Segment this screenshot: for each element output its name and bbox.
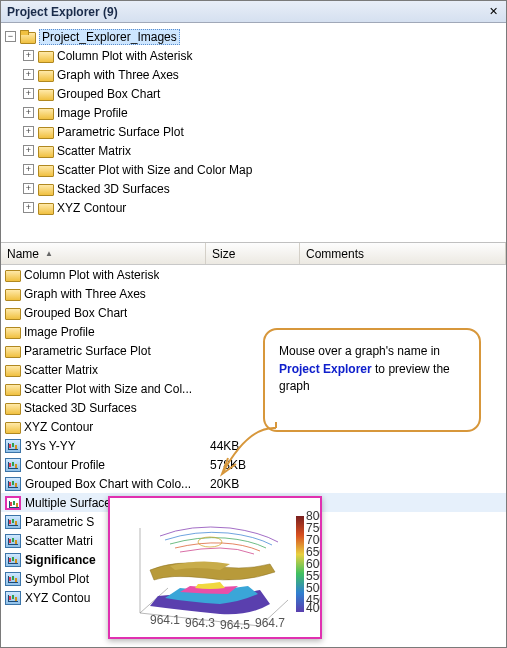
svg-rect-6	[296, 516, 304, 612]
row-name: XYZ Contou	[25, 591, 90, 605]
row-name: Scatter Matri	[25, 534, 93, 548]
chart-icon	[5, 515, 21, 529]
col-size[interactable]: Size	[206, 243, 300, 264]
callout-pointer	[218, 416, 298, 486]
tree-item[interactable]: +Scatter Plot with Size and Color Map	[23, 160, 502, 179]
window-title: Project Explorer (9)	[7, 5, 118, 19]
tree-item[interactable]: +Parametric Surface Plot	[23, 122, 502, 141]
expand-icon[interactable]: +	[23, 50, 34, 61]
tree-item-label: Stacked 3D Surfaces	[57, 182, 170, 196]
chart-icon	[5, 496, 21, 510]
expand-icon[interactable]: +	[23, 88, 34, 99]
chart-icon	[5, 534, 21, 548]
tree-item-label: Scatter Matrix	[57, 144, 131, 158]
folder-icon	[38, 163, 54, 177]
row-name: Symbol Plot	[25, 572, 89, 586]
row-name: Parametric Surface Plot	[24, 344, 151, 358]
svg-text:964.5: 964.5	[220, 618, 250, 632]
tree-item-label: Scatter Plot with Size and Color Map	[57, 163, 252, 177]
folder-icon	[38, 201, 54, 215]
row-name: Scatter Matrix	[24, 363, 98, 377]
folder-icon	[5, 306, 21, 320]
row-name: 3Ys Y-YY	[25, 439, 76, 453]
folder-icon	[5, 268, 21, 282]
close-icon[interactable]: ✕	[484, 4, 502, 20]
tree-item-label: XYZ Contour	[57, 201, 126, 215]
folder-icon	[38, 87, 54, 101]
tree-item[interactable]: +Stacked 3D Surfaces	[23, 179, 502, 198]
folder-icon	[5, 363, 21, 377]
row-name: Parametric S	[25, 515, 94, 529]
chart-icon	[5, 439, 21, 453]
folder-icon	[38, 125, 54, 139]
svg-text:964.7: 964.7	[255, 616, 285, 630]
tree-item[interactable]: +Image Profile	[23, 103, 502, 122]
list-row[interactable]: Graph with Three Axes	[1, 284, 506, 303]
tree-item[interactable]: +Grouped Box Chart	[23, 84, 502, 103]
row-name: Grouped Box Chart with Colo...	[25, 477, 191, 491]
list-row[interactable]: Grouped Box Chart	[1, 303, 506, 322]
folder-open-icon	[20, 30, 36, 44]
folder-icon	[5, 325, 21, 339]
expand-icon[interactable]: +	[23, 202, 34, 213]
tree-item-label: Graph with Three Axes	[57, 68, 179, 82]
title-bar: Project Explorer (9) ✕	[1, 1, 506, 23]
row-name: Significance	[25, 553, 96, 567]
graph-preview-tooltip: 800 750 700 650 600 550 500 450 400 964.…	[108, 496, 322, 639]
folder-icon	[5, 382, 21, 396]
chart-icon	[5, 591, 21, 605]
chart-icon	[5, 477, 21, 491]
surface3d-thumbnail: 800 750 700 650 600 550 500 450 400 964.…	[110, 498, 320, 637]
tree-item-label: Grouped Box Chart	[57, 87, 160, 101]
folder-icon	[38, 182, 54, 196]
expand-icon[interactable]: +	[23, 107, 34, 118]
row-name: Image Profile	[24, 325, 95, 339]
help-callout: Mouse over a graph's name in Project Exp…	[263, 328, 483, 456]
svg-text:964.1: 964.1	[150, 613, 180, 627]
expand-icon[interactable]: +	[23, 145, 34, 156]
row-name: Scatter Plot with Size and Col...	[24, 382, 192, 396]
folder-icon	[38, 68, 54, 82]
svg-rect-20	[268, 416, 288, 422]
tree-item-label: Column Plot with Asterisk	[57, 49, 192, 63]
row-name: Contour Profile	[25, 458, 105, 472]
folder-icon	[38, 144, 54, 158]
chart-icon	[5, 553, 21, 567]
tree-item[interactable]: +XYZ Contour	[23, 198, 502, 217]
folder-icon	[38, 106, 54, 120]
svg-text:400: 400	[306, 601, 320, 615]
row-name: Stacked 3D Surfaces	[24, 401, 137, 415]
col-name[interactable]: Name	[1, 243, 206, 264]
row-name: Column Plot with Asterisk	[24, 268, 159, 282]
folder-icon	[5, 344, 21, 358]
row-name: Graph with Three Axes	[24, 287, 146, 301]
list-header: Name Size Comments	[1, 243, 506, 265]
col-comments[interactable]: Comments	[300, 243, 506, 264]
tree-item[interactable]: +Column Plot with Asterisk	[23, 46, 502, 65]
svg-text:964.3: 964.3	[185, 616, 215, 630]
chart-icon	[5, 572, 21, 586]
tree-item[interactable]: +Graph with Three Axes	[23, 65, 502, 84]
row-name: XYZ Contour	[24, 420, 93, 434]
folder-icon	[5, 420, 21, 434]
expand-icon[interactable]: +	[23, 69, 34, 80]
chart-icon	[5, 458, 21, 472]
list-row[interactable]: Column Plot with Asterisk	[1, 265, 506, 284]
folder-icon	[38, 49, 54, 63]
tree-item-label: Image Profile	[57, 106, 128, 120]
expand-icon[interactable]: +	[23, 183, 34, 194]
callout-line1: Mouse over a graph's name in	[279, 344, 440, 358]
expand-icon[interactable]: +	[23, 164, 34, 175]
folder-icon	[5, 287, 21, 301]
tree-item[interactable]: +Scatter Matrix	[23, 141, 502, 160]
row-name: Grouped Box Chart	[24, 306, 127, 320]
tree-item-label: Parametric Surface Plot	[57, 125, 184, 139]
tree-root-label: Project_Explorer_Images	[39, 29, 180, 45]
callout-strong: Project Explorer	[279, 362, 372, 376]
expand-icon[interactable]: +	[23, 126, 34, 137]
tree-root[interactable]: − Project_Explorer_Images	[5, 27, 502, 46]
folder-tree[interactable]: − Project_Explorer_Images +Column Plot w…	[1, 23, 506, 243]
collapse-icon[interactable]: −	[5, 31, 16, 42]
folder-icon	[5, 401, 21, 415]
